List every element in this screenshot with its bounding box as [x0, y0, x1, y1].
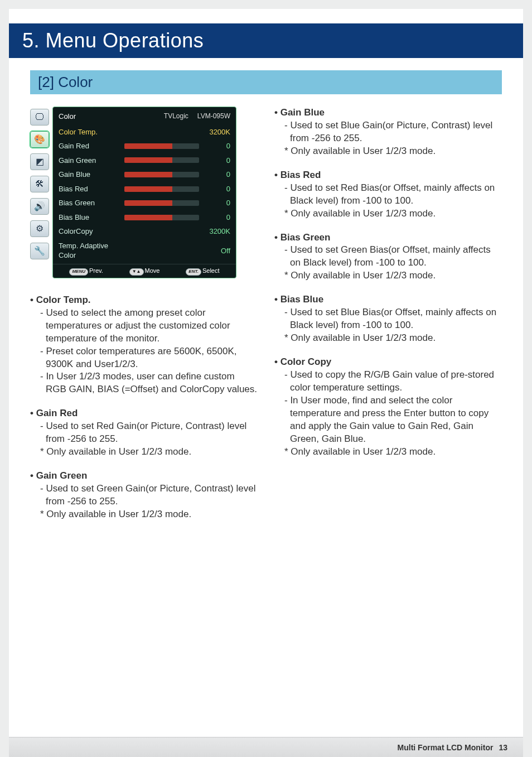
osd-slider	[124, 200, 199, 206]
osd-row-label: Temp. Adaptive Color	[59, 241, 120, 261]
osd-slider	[124, 157, 199, 163]
footer-page-number: 13	[499, 743, 507, 752]
item-line: - Used to set Blue Gain(or Picture, Cont…	[284, 119, 502, 145]
audio-icon: 🔊	[30, 198, 49, 215]
osd-slider	[124, 172, 199, 177]
arrows-pill-icon: ▼▲	[129, 268, 144, 276]
osd-row-label: Gain Green	[59, 156, 120, 166]
osd-footer: MENUPrev. ▼▲Move ENT.Select	[53, 264, 236, 277]
osd-prev-label: Prev.	[89, 267, 103, 274]
osd-row-value: 0	[204, 156, 230, 166]
item-line: - Used to select the among preset color …	[40, 307, 258, 345]
osd-row-label: Bias Blue	[59, 213, 120, 223]
description-item: Bias Red- Used to set Red Bias(or Offset…	[274, 169, 502, 220]
description-item: Color Copy- Used to copy the R/G/B Gain …	[274, 356, 502, 459]
osd-model: LVM-095W	[197, 112, 230, 122]
osd-row-value: 0	[204, 184, 230, 194]
osd-screenshot: 🖵🎨◩🛠🔊⚙🔧 Color TVLogic LVM-095W Color Tem…	[30, 107, 258, 278]
description-item: Gain Green- Used to set Green Gain(or Pi…	[30, 470, 258, 521]
item-line: * Only available in User 1/2/3 mode.	[284, 208, 502, 220]
item-title: Gain Red	[30, 407, 258, 420]
osd-slider	[124, 143, 199, 149]
item-line: - Used to set Blue Bias(or Offset, mainl…	[284, 306, 502, 332]
item-title: Bias Red	[274, 169, 502, 182]
item-line: - Preset color temperatures are 5600K, 6…	[40, 345, 258, 371]
osd-menu-title: Color	[59, 112, 164, 122]
osd-row-label: Gain Red	[59, 141, 120, 151]
ent-pill-icon: ENT.	[186, 268, 201, 276]
menu-pill-icon: MENU	[69, 268, 88, 276]
description-item: Color Temp.- Used to select the among pr…	[30, 294, 258, 397]
osd-row: Temp. Adaptive ColorOff	[53, 239, 236, 263]
left-column: 🖵🎨◩🛠🔊⚙🔧 Color TVLogic LVM-095W Color Tem…	[30, 107, 258, 521]
item-line: * Only available in User 1/2/3 mode.	[284, 145, 502, 158]
description-item: Gain Red- Used to set Red Gain(or Pictur…	[30, 407, 258, 459]
item-line: - Used to copy the R/G/B Gain value of p…	[284, 369, 502, 394]
monitor-icon: 🖵	[30, 109, 49, 126]
osd-row-value: 0	[204, 213, 230, 223]
item-line: - Used to set Green Gain(or Picture, Con…	[40, 483, 258, 508]
item-title: Color Temp.	[30, 294, 258, 307]
chapter-title: 5. Menu Operations	[9, 23, 523, 58]
footer-title: Multi Format LCD Monitor	[398, 743, 494, 752]
palette-icon: 🎨	[30, 131, 49, 148]
item-line: - Used to set Red Bias(or Offset, mainly…	[284, 182, 502, 208]
osd-row-value: 0	[204, 198, 230, 208]
osd-row: Bias Red0	[53, 182, 236, 196]
osd-row-label: ColorCopy	[59, 226, 120, 237]
osd-select-label: Select	[202, 267, 220, 274]
gpi-icon: ⚙	[30, 220, 49, 237]
item-title: Bias Blue	[274, 293, 502, 306]
osd-row-value: 0	[204, 170, 230, 180]
item-line: - In User 1/2/3 modes, user can define c…	[40, 370, 258, 396]
right-column: Gain Blue- Used to set Blue Gain(or Pict…	[274, 107, 502, 521]
item-title: Gain Green	[30, 470, 258, 483]
osd-row: Color Temp.3200K	[53, 125, 236, 139]
osd-row: Gain Red0	[53, 139, 236, 153]
description-item: Gain Blue- Used to set Blue Gain(or Pict…	[274, 107, 502, 158]
item-line: - Used to set Red Gain(or Picture, Contr…	[40, 420, 258, 446]
osd-row-value: 3200K	[204, 226, 230, 237]
osd-row: Gain Green0	[53, 153, 236, 168]
item-title: Gain Blue	[274, 107, 502, 119]
osd-slider	[124, 215, 199, 220]
item-line: * Only available in User 1/2/3 mode.	[40, 446, 258, 459]
tools-icon: 🛠	[30, 176, 49, 192]
osd-row-label: Color Temp.	[59, 127, 120, 137]
description-item: Bias Blue- Used to set Blue Bias(or Offs…	[274, 293, 502, 345]
osd-row-value: 3200K	[204, 127, 230, 137]
item-title: Bias Green	[274, 232, 502, 244]
description-item: Bias Green- Used to set Green Bias(or Of…	[274, 232, 502, 283]
item-line: * Only available in User 1/2/3 mode.	[284, 332, 502, 345]
osd-move-label: Move	[145, 267, 160, 274]
item-line: - Used to set Green Bias(or Offset, main…	[284, 244, 502, 269]
osd-row: Gain Blue0	[53, 167, 236, 182]
osd-slider	[124, 186, 199, 192]
osd-brand: TVLogic	[164, 112, 188, 122]
marker-icon: ◩	[30, 153, 49, 170]
osd-row-label: Bias Red	[59, 184, 120, 194]
section-title: [2] Color	[30, 70, 502, 94]
osd-row-label: Gain Blue	[59, 170, 120, 180]
item-line: * Only available in User 1/2/3 mode.	[284, 269, 502, 282]
osd-row-value: Off	[204, 246, 230, 256]
system-icon: 🔧	[30, 243, 49, 259]
osd-row: Bias Blue0	[53, 210, 236, 225]
osd-row-value: 0	[204, 141, 230, 151]
item-title: Color Copy	[274, 356, 502, 369]
item-line: - In User mode, find and select the colo…	[284, 394, 502, 446]
item-line: * Only available in User 1/2/3 mode.	[40, 508, 258, 521]
osd-row: ColorCopy3200K	[53, 224, 236, 239]
osd-row-label: Bias Green	[59, 198, 120, 208]
osd-row: Bias Green0	[53, 196, 236, 210]
page-footer: Multi Format LCD Monitor 13	[9, 737, 523, 757]
item-line: * Only available in User 1/2/3 mode.	[284, 446, 502, 459]
